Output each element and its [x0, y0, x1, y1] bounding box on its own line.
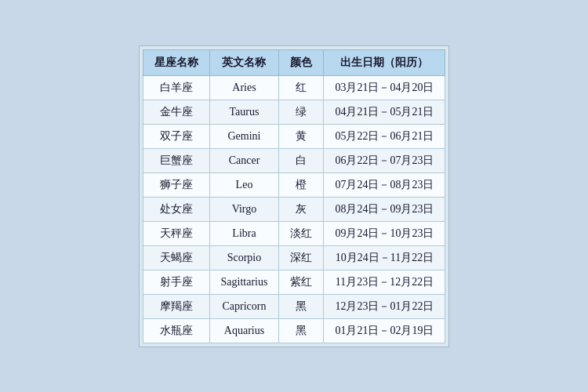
- cell-r7-c2: 深红: [279, 245, 324, 270]
- column-header: 出生日期（阳历）: [324, 49, 445, 75]
- cell-r10-c0: 水瓶座: [143, 318, 209, 343]
- cell-r4-c0: 狮子座: [143, 172, 209, 197]
- table-row: 巨蟹座Cancer白06月22日－07月23日: [143, 148, 445, 172]
- cell-r5-c1: Virgo: [209, 197, 279, 221]
- cell-r0-c2: 红: [279, 75, 324, 100]
- cell-r3-c3: 06月22日－07月23日: [324, 148, 445, 172]
- cell-r1-c1: Taurus: [209, 100, 279, 124]
- zodiac-table-wrapper: 星座名称英文名称颜色出生日期（阳历） 白羊座Aries红03月21日－04月20…: [139, 45, 450, 347]
- cell-r10-c2: 黑: [279, 318, 324, 343]
- table-row: 金牛座Taurus绿04月21日－05月21日: [143, 100, 445, 124]
- column-header: 颜色: [279, 49, 324, 75]
- table-row: 处女座Virgo灰08月24日－09月23日: [143, 197, 445, 221]
- cell-r6-c0: 天秤座: [143, 221, 209, 245]
- table-row: 摩羯座Capricorn黑12月23日－01月22日: [143, 294, 445, 318]
- cell-r0-c0: 白羊座: [143, 75, 209, 100]
- cell-r8-c1: Sagittarius: [209, 270, 279, 294]
- cell-r5-c0: 处女座: [143, 197, 209, 221]
- table-row: 白羊座Aries红03月21日－04月20日: [143, 75, 445, 100]
- cell-r4-c2: 橙: [279, 172, 324, 197]
- table-row: 射手座Sagittarius紫红11月23日－12月22日: [143, 270, 445, 294]
- cell-r7-c0: 天蝎座: [143, 245, 209, 270]
- cell-r9-c0: 摩羯座: [143, 294, 209, 318]
- cell-r10-c1: Aquarius: [209, 318, 279, 343]
- cell-r0-c1: Aries: [209, 75, 279, 100]
- table-row: 天秤座Libra淡红09月24日－10月23日: [143, 221, 445, 245]
- cell-r9-c2: 黑: [279, 294, 324, 318]
- cell-r3-c0: 巨蟹座: [143, 148, 209, 172]
- column-header: 英文名称: [209, 49, 279, 75]
- cell-r9-c3: 12月23日－01月22日: [324, 294, 445, 318]
- cell-r1-c0: 金牛座: [143, 100, 209, 124]
- cell-r9-c1: Capricorn: [209, 294, 279, 318]
- cell-r7-c3: 10月24日－11月22日: [324, 245, 445, 270]
- cell-r4-c1: Leo: [209, 172, 279, 197]
- cell-r2-c2: 黄: [279, 124, 324, 148]
- cell-r7-c1: Scorpio: [209, 245, 279, 270]
- cell-r2-c0: 双子座: [143, 124, 209, 148]
- table-row: 狮子座Leo橙07月24日－08月23日: [143, 172, 445, 197]
- cell-r6-c3: 09月24日－10月23日: [324, 221, 445, 245]
- table-row: 水瓶座Aquarius黑01月21日－02月19日: [143, 318, 445, 343]
- column-header: 星座名称: [143, 49, 209, 75]
- cell-r8-c0: 射手座: [143, 270, 209, 294]
- cell-r1-c2: 绿: [279, 100, 324, 124]
- cell-r3-c1: Cancer: [209, 148, 279, 172]
- table-row: 天蝎座Scorpio深红10月24日－11月22日: [143, 245, 445, 270]
- cell-r1-c3: 04月21日－05月21日: [324, 100, 445, 124]
- cell-r8-c3: 11月23日－12月22日: [324, 270, 445, 294]
- zodiac-table: 星座名称英文名称颜色出生日期（阳历） 白羊座Aries红03月21日－04月20…: [143, 49, 446, 343]
- cell-r2-c3: 05月22日－06月21日: [324, 124, 445, 148]
- cell-r6-c1: Libra: [209, 221, 279, 245]
- cell-r3-c2: 白: [279, 148, 324, 172]
- cell-r5-c3: 08月24日－09月23日: [324, 197, 445, 221]
- table-row: 双子座Gemini黄05月22日－06月21日: [143, 124, 445, 148]
- cell-r2-c1: Gemini: [209, 124, 279, 148]
- table-header-row: 星座名称英文名称颜色出生日期（阳历）: [143, 49, 445, 75]
- cell-r4-c3: 07月24日－08月23日: [324, 172, 445, 197]
- cell-r10-c3: 01月21日－02月19日: [324, 318, 445, 343]
- cell-r0-c3: 03月21日－04月20日: [324, 75, 445, 100]
- cell-r6-c2: 淡红: [279, 221, 324, 245]
- cell-r5-c2: 灰: [279, 197, 324, 221]
- cell-r8-c2: 紫红: [279, 270, 324, 294]
